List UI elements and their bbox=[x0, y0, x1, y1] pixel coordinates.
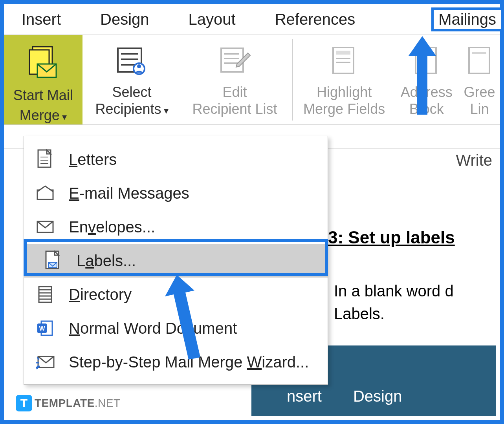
start-mail-merge-label-l1: Start Mail bbox=[13, 87, 73, 104]
highlight-l1: Highlight bbox=[317, 84, 372, 101]
menu-item-email[interactable]: E-mail Messages bbox=[24, 176, 328, 210]
envelopes-label: Envelopes... bbox=[69, 218, 155, 236]
tab-insert[interactable]: Insert bbox=[22, 11, 61, 28]
word-icon: W bbox=[35, 318, 55, 338]
arrow-to-labels bbox=[157, 275, 208, 361]
greeting-l2: Lin bbox=[470, 101, 489, 117]
group-write-label: Write bbox=[456, 152, 492, 169]
menu-item-letters[interactable]: Letters bbox=[24, 143, 328, 176]
bottom-insert[interactable]: nsert bbox=[287, 387, 322, 405]
edit-recipient-l1: Edit bbox=[223, 84, 247, 101]
arrow-to-mailings bbox=[405, 36, 440, 115]
edit-recipient-l2: Recipient List bbox=[192, 101, 277, 117]
ribbon-tabs: Insert Design Layout References Mailings bbox=[4, 4, 500, 35]
select-recipients-icon bbox=[114, 40, 149, 84]
start-mail-merge-button[interactable]: Start Mail Merge▾ bbox=[4, 35, 82, 124]
email-icon bbox=[35, 183, 55, 203]
envelope-icon bbox=[35, 217, 55, 237]
wizard-icon bbox=[35, 352, 55, 372]
normal-label: Normal Word Document bbox=[69, 320, 237, 337]
svg-marker-41 bbox=[409, 36, 436, 115]
tab-mailings[interactable]: Mailings bbox=[431, 7, 503, 31]
greeting-l1: Gree bbox=[464, 84, 495, 101]
labels-icon bbox=[43, 250, 63, 271]
menu-item-labels[interactable]: Labels... bbox=[24, 244, 328, 278]
labels-label: Labels... bbox=[77, 252, 136, 270]
select-recipients-button[interactable]: Select Recipients▾ bbox=[85, 35, 179, 124]
select-recipients-l2: Recipients▾ bbox=[95, 101, 168, 117]
greeting-line-icon bbox=[466, 40, 493, 84]
edit-recipient-list-button: Edit Recipient List bbox=[179, 35, 291, 124]
directory-icon bbox=[35, 284, 55, 305]
highlight-l2: Merge Fields bbox=[303, 101, 385, 117]
svg-marker-42 bbox=[165, 275, 200, 360]
letter-icon bbox=[35, 149, 55, 170]
watermark: T TEMPLATE.NET bbox=[16, 395, 121, 411]
document-heading: 3: Set up labels bbox=[328, 228, 455, 247]
email-label: E-mail Messages bbox=[69, 185, 189, 202]
svg-rect-14 bbox=[336, 51, 350, 55]
mail-merge-icon bbox=[26, 40, 61, 84]
document-paragraph: In a blank word d Labels. bbox=[334, 280, 454, 325]
tab-references[interactable]: References bbox=[275, 11, 356, 28]
tab-design[interactable]: Design bbox=[100, 11, 149, 28]
app-frame: Insert Design Layout References Mailings… bbox=[0, 0, 504, 424]
svg-point-8 bbox=[137, 64, 141, 68]
doc-line-1: In a blank word d bbox=[334, 280, 454, 302]
menu-item-envelopes[interactable]: Envelopes... bbox=[24, 210, 328, 244]
select-recipients-l1: Select bbox=[112, 84, 151, 101]
directory-label: Directory bbox=[69, 286, 132, 303]
letters-label: Letters bbox=[69, 151, 117, 168]
doc-line-2: Labels. bbox=[334, 302, 454, 325]
tab-layout[interactable]: Layout bbox=[189, 11, 236, 28]
svg-text:W: W bbox=[39, 325, 45, 332]
ribbon-divider bbox=[292, 39, 293, 121]
watermark-logo: T bbox=[16, 395, 32, 411]
bottom-design[interactable]: Design bbox=[353, 387, 402, 405]
svg-rect-9 bbox=[221, 48, 243, 72]
watermark-text: TEMPLATE.NET bbox=[35, 397, 121, 409]
highlight-merge-fields-button: Highlight Merge Fields bbox=[294, 35, 394, 124]
start-mail-merge-label-l2: Merge▾ bbox=[20, 107, 67, 124]
greeting-line-button: Gree Lin bbox=[459, 35, 500, 124]
highlight-fields-icon bbox=[328, 40, 360, 84]
edit-recipient-icon bbox=[217, 40, 253, 84]
svg-rect-31 bbox=[39, 287, 51, 302]
svg-rect-21 bbox=[469, 48, 489, 73]
